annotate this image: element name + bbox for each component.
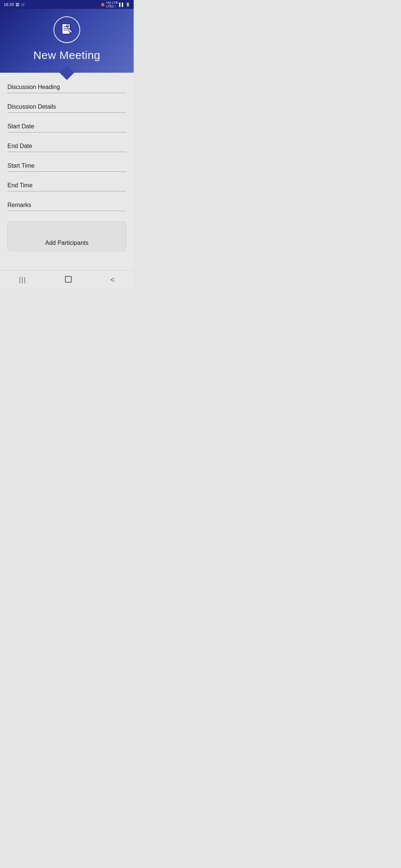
discussion-heading-field[interactable]: Discussion Heading bbox=[7, 84, 126, 93]
start-date-underline bbox=[7, 132, 126, 132]
discussion-details-underline bbox=[7, 112, 126, 113]
add-participants-label: Add Participants bbox=[45, 240, 89, 246]
mute-icon: 🔇 bbox=[101, 3, 105, 7]
back-icon: < bbox=[110, 276, 115, 284]
end-time-label: End Time bbox=[7, 182, 126, 189]
svg-rect-7 bbox=[65, 276, 71, 282]
page-header: New Meeting bbox=[0, 9, 134, 73]
menu-button[interactable]: ||| bbox=[12, 272, 34, 287]
start-date-label: Start Date bbox=[7, 123, 126, 130]
status-bar: 18:20 🖼 🛒 🔇 Vo) LTELTE2 ↕ ▌▌ 🔋 bbox=[0, 0, 134, 9]
remarks-underline bbox=[7, 211, 126, 211]
form-container: Discussion Heading Discussion Details St… bbox=[0, 73, 134, 273]
image-icon: 🖼 bbox=[16, 3, 19, 7]
discussion-heading-underline bbox=[7, 93, 126, 93]
home-button[interactable] bbox=[57, 272, 80, 288]
discussion-heading-label: Discussion Heading bbox=[7, 84, 126, 91]
signal-icon: ▌▌ bbox=[119, 3, 124, 7]
start-time-field[interactable]: Start Time bbox=[7, 162, 126, 172]
time-display: 18:20 bbox=[4, 2, 14, 7]
battery-icon: 🔋 bbox=[125, 3, 130, 7]
status-right: 🔇 Vo) LTELTE2 ↕ ▌▌ 🔋 bbox=[101, 1, 130, 8]
status-left: 18:20 🖼 🛒 bbox=[4, 2, 25, 7]
menu-icon: ||| bbox=[19, 276, 26, 284]
add-participants-section[interactable]: Add Participants bbox=[7, 221, 126, 251]
end-time-field[interactable]: End Time bbox=[7, 182, 126, 191]
discussion-details-label: Discussion Details bbox=[7, 103, 126, 110]
end-date-label: End Date bbox=[7, 143, 126, 149]
amazon-icon: 🛒 bbox=[21, 3, 25, 7]
page-title: New Meeting bbox=[33, 49, 101, 62]
remarks-field[interactable]: Remarks bbox=[7, 202, 126, 211]
end-time-underline bbox=[7, 191, 126, 191]
remarks-label: Remarks bbox=[7, 202, 126, 208]
discussion-details-field[interactable]: Discussion Details bbox=[7, 103, 126, 113]
end-date-field[interactable]: End Date bbox=[7, 143, 126, 152]
network-info: Vo) LTELTE2 ↕ bbox=[106, 1, 118, 8]
back-button[interactable]: < bbox=[103, 272, 122, 288]
meeting-notes-icon bbox=[59, 22, 74, 37]
start-date-field[interactable]: Start Date bbox=[7, 123, 126, 132]
end-date-underline bbox=[7, 152, 126, 152]
home-icon bbox=[64, 275, 72, 285]
start-time-underline bbox=[7, 171, 126, 172]
start-time-label: Start Time bbox=[7, 162, 126, 169]
navigation-bar: ||| < bbox=[0, 270, 134, 289]
header-icon-container bbox=[53, 16, 80, 43]
